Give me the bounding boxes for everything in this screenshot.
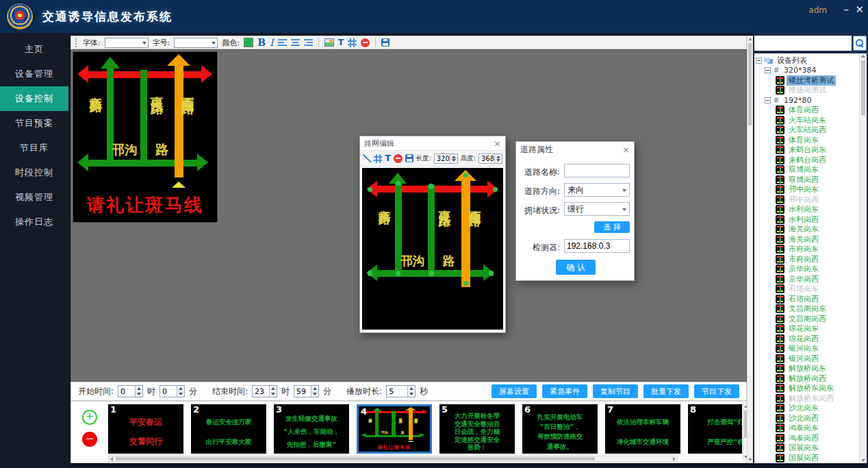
sidebar-item-video-management[interactable]: 视频管理 (0, 185, 68, 210)
tree-device-item[interactable]: 琼花岗东 (754, 324, 858, 334)
tree-device-item[interactable]: 市府岗东 (754, 245, 858, 255)
spin-down-icon[interactable] (136, 391, 142, 397)
sign-preview-canvas[interactable]: 高桥路史可法路瘦西湖路邗沟路请礼让斑马线 (73, 51, 218, 223)
remove-program-button[interactable]: − (82, 432, 97, 447)
road-track-icon[interactable] (374, 154, 383, 163)
spin-down-icon[interactable] (450, 158, 457, 163)
align-center-icon[interactable] (291, 38, 300, 47)
program-thumbnail-3[interactable]: 发生轻微交通事故“人未伤，车能动，先拍照，后撤离”3 (274, 404, 349, 454)
scroll-right-icon[interactable] (673, 457, 676, 461)
spin-down-icon[interactable] (177, 391, 184, 397)
spin-up-icon[interactable] (311, 386, 318, 391)
tree-device-item[interactable]: 银河岗东 (754, 344, 858, 354)
sidebar-item-home[interactable]: 主页 (0, 37, 68, 62)
tree-device-item[interactable]: 双博岗东 (754, 165, 858, 175)
end-minute-input[interactable] (294, 386, 311, 397)
height-input[interactable] (479, 154, 494, 163)
scroll-left-icon[interactable] (110, 457, 113, 461)
user-name[interactable]: adm (808, 5, 827, 15)
tree-device-item[interactable]: 京华岗西 (754, 274, 858, 284)
insert-text-icon[interactable]: T (338, 38, 344, 47)
spin-up-icon[interactable] (177, 386, 184, 391)
tree-expander-icon[interactable] (765, 67, 771, 73)
tree-device-item[interactable]: 银河岗西 (754, 354, 858, 364)
control-point-dot[interactable] (368, 187, 372, 192)
program-thumbnail-7[interactable]: 依法治理非标车辆净化城市交通环境7 (605, 404, 680, 454)
tree-device-item[interactable]: 海关岗东 (754, 225, 858, 235)
select-detector-button[interactable]: 选 择 (594, 221, 630, 233)
tree-device-item[interactable]: 双博岗西 (754, 175, 858, 185)
program-thumbnail-2[interactable]: 春运安全连万家出行平安靠大家2 (191, 404, 266, 454)
bold-button[interactable]: B (257, 38, 266, 47)
spin-up-icon[interactable] (136, 386, 142, 391)
align-right-icon[interactable] (304, 38, 313, 47)
tree-device-item[interactable]: 京华岗东 (754, 264, 858, 275)
tree-device-item[interactable]: 鸿泰岗西 (754, 433, 858, 443)
tree-expander-icon[interactable] (756, 58, 762, 64)
tree-device-item[interactable]: 邗中岗西 (754, 195, 858, 205)
tree-device-item[interactable]: 解放桥岗东 (754, 364, 858, 374)
tree-group-320x384[interactable]: #320*384 (754, 66, 858, 76)
font-select[interactable] (105, 38, 149, 48)
tree-device-item[interactable]: 火车站岗东 (754, 115, 858, 125)
props-close-icon[interactable]: × (622, 145, 630, 154)
batch-dispatch-button[interactable]: 批量下发 (643, 384, 689, 398)
control-point-dot[interactable] (368, 271, 372, 275)
tree-device-item[interactable]: 螺丝湾桥测试 (754, 75, 858, 86)
duration-input[interactable] (387, 386, 407, 397)
program-thumbnail-4[interactable]: 高桥路史可法路瘦西湖路邗沟路请礼让斑马线4 (357, 404, 432, 454)
tree-device-item[interactable]: 琼花岗西 (754, 334, 858, 344)
sidebar-item-program-plan[interactable]: 节目预案 (0, 111, 68, 136)
road-network-icon[interactable] (348, 38, 357, 47)
color-swatch[interactable] (244, 38, 253, 47)
scroll-down-icon[interactable] (861, 459, 865, 462)
tree-device-item[interactable]: 鸿泰岗东 (754, 423, 858, 434)
close-window-button[interactable]: ✕ (855, 3, 864, 16)
insert-image-icon[interactable] (324, 38, 334, 47)
italic-button[interactable]: I (270, 38, 274, 47)
tree-device-item[interactable]: 解放桥东岗西 (754, 393, 858, 404)
program-thumbnail-1[interactable]: 平安春运交警同行1 (108, 404, 183, 454)
sidebar-item-device-control[interactable]: 设备控制 (0, 86, 68, 111)
program-thumbnail-6[interactable]: 扎实开展电动车“百日整治”，有效预防道路交通事故。6 (522, 404, 598, 454)
scrollbar-thumb[interactable] (748, 43, 752, 125)
roadnet-edit-canvas[interactable]: 高桥路史可法路瘦西湖路邗沟路 (362, 168, 503, 330)
main-vertical-scrollbar[interactable] (747, 36, 753, 463)
control-point-dot[interactable] (489, 271, 494, 275)
tree-device-item[interactable]: 来鹤台岗西 (754, 155, 858, 165)
spin-down-icon[interactable] (270, 391, 277, 397)
tree-device-item[interactable]: 市府岗西 (754, 254, 858, 264)
scrollbar-thumb[interactable] (861, 60, 865, 115)
sidebar-item-period-control[interactable]: 时段控制 (0, 160, 68, 185)
tree-device-item[interactable]: 水利岗东 (754, 205, 858, 215)
screen-settings-button[interactable]: 屏幕设置 (492, 384, 537, 398)
spinner-buttons[interactable] (269, 386, 277, 397)
detector-input[interactable] (564, 239, 630, 253)
spinner-buttons[interactable] (135, 386, 142, 397)
program-thumbnail-5[interactable]: 大力开展秋冬季交通安全整治百日会战，全力稳定道路交通安全形势！5 (439, 404, 515, 454)
spinner-buttons[interactable] (450, 154, 457, 163)
spinner-buttons[interactable] (494, 154, 502, 163)
tree-device-item[interactable]: 来鹤台岗东 (754, 145, 858, 156)
start-minute-input[interactable] (160, 386, 177, 397)
tree-device-item[interactable]: 文昌阁岗西 (754, 314, 858, 324)
font-size-select[interactable] (174, 38, 218, 48)
control-point-dot[interactable] (429, 184, 433, 188)
tree-device-item[interactable]: 体育岗西 (754, 106, 858, 116)
program-thumbnail-8[interactable]: 打击酒驾“灯严查严控“机8 (688, 404, 742, 454)
scrollbar-thumb[interactable] (116, 457, 595, 460)
tree-device-item[interactable]: 文昌阁岗东 (754, 304, 858, 315)
control-point-dot[interactable] (396, 271, 400, 275)
sidebar-item-operation-log[interactable]: 操作日志 (0, 210, 68, 234)
tree-device-item[interactable]: 石塔岗西 (754, 294, 858, 304)
add-program-button[interactable]: + (82, 410, 97, 425)
copy-program-button[interactable]: 复制节目 (593, 384, 638, 398)
tree-device-item[interactable]: 解放桥岗西 (754, 373, 858, 384)
congestion-select[interactable]: 缓行 (564, 202, 630, 216)
tree-device-item[interactable]: 国展岗东 (754, 443, 858, 454)
tree-device-item[interactable]: 海关岗西 (754, 234, 858, 245)
length-input[interactable] (435, 154, 450, 163)
spinner-buttons[interactable] (177, 386, 184, 397)
tree-device-item[interactable]: 维扬岗测试 (754, 86, 858, 96)
tree-device-item[interactable]: 国展岗西 (754, 453, 858, 463)
